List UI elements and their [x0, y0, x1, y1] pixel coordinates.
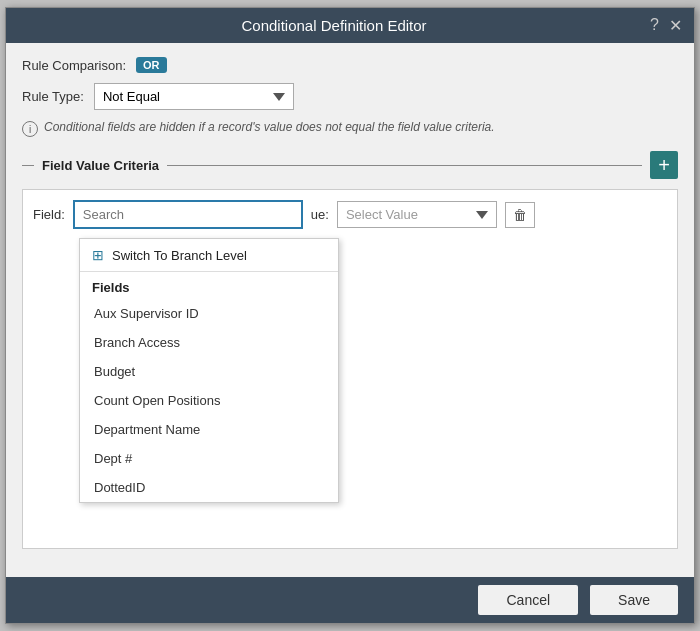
- rule-type-select[interactable]: Not Equal Equal Contains Does Not Contai…: [94, 83, 294, 110]
- dropdown-item[interactable]: Count Open Positions: [80, 386, 338, 415]
- divider-right: [167, 165, 642, 166]
- criteria-box: Field: ue: Select Value 🗑 ⊞ Switch To Br…: [22, 189, 678, 549]
- or-badge[interactable]: OR: [136, 57, 167, 73]
- info-row: i Conditional fields are hidden if a rec…: [22, 120, 678, 137]
- section-title: Field Value Criteria: [42, 158, 159, 173]
- dropdown-item[interactable]: DottedID: [80, 473, 338, 502]
- dropdown-item[interactable]: Department Name: [80, 415, 338, 444]
- dialog-body: Rule Comparison: OR Rule Type: Not Equal…: [6, 43, 694, 577]
- dropdown-item[interactable]: Dept #: [80, 444, 338, 473]
- title-actions: ? ✕: [650, 16, 682, 35]
- search-input[interactable]: [73, 200, 303, 229]
- rule-comparison-row: Rule Comparison: OR: [22, 57, 678, 73]
- value-select[interactable]: Select Value: [337, 201, 497, 228]
- delete-button[interactable]: 🗑: [505, 202, 535, 228]
- rule-type-row: Rule Type: Not Equal Equal Contains Does…: [22, 83, 678, 110]
- section-header: Field Value Criteria +: [22, 151, 678, 179]
- divider-left: [22, 165, 34, 166]
- title-bar: Conditional Definition Editor ? ✕: [6, 8, 694, 43]
- dropdown-item[interactable]: Branch Access: [80, 328, 338, 357]
- switch-btn-label: Switch To Branch Level: [112, 248, 247, 263]
- cancel-button[interactable]: Cancel: [478, 585, 578, 615]
- branch-icon: ⊞: [92, 247, 104, 263]
- info-icon: i: [22, 121, 38, 137]
- dialog-container: Conditional Definition Editor ? ✕ Rule C…: [5, 7, 695, 624]
- save-button[interactable]: Save: [590, 585, 678, 615]
- rule-type-label: Rule Type:: [22, 89, 84, 104]
- field-dropdown: ⊞ Switch To Branch Level Fields Aux Supe…: [79, 238, 339, 503]
- switch-to-branch-button[interactable]: ⊞ Switch To Branch Level: [80, 239, 338, 272]
- rule-comparison-label: Rule Comparison:: [22, 58, 126, 73]
- dialog-footer: Cancel Save: [6, 577, 694, 623]
- dropdown-item[interactable]: Aux Supervisor ID: [80, 299, 338, 328]
- add-criteria-button[interactable]: +: [650, 151, 678, 179]
- dropdown-item[interactable]: Budget: [80, 357, 338, 386]
- field-label: Field:: [33, 207, 65, 222]
- help-button[interactable]: ?: [650, 16, 659, 35]
- field-row: Field: ue: Select Value 🗑: [33, 200, 667, 229]
- trash-icon: 🗑: [513, 207, 527, 223]
- info-text: Conditional fields are hidden if a recor…: [44, 120, 495, 134]
- value-label: ue:: [311, 207, 329, 222]
- dropdown-section-label: Fields: [80, 272, 338, 299]
- dialog-title: Conditional Definition Editor: [18, 17, 650, 34]
- close-button[interactable]: ✕: [669, 16, 682, 35]
